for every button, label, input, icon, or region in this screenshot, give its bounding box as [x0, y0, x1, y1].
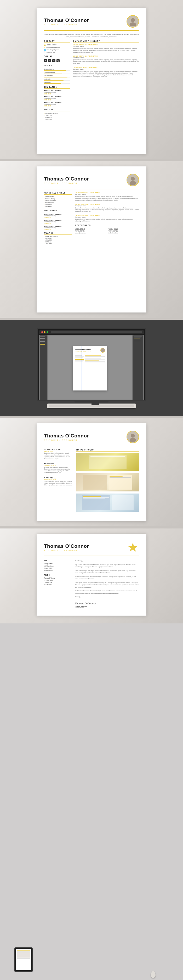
location-icon: 📍: [44, 51, 46, 53]
resume-page-1: Thomas O'Connor Editorial Designer Ut al…: [37, 8, 146, 154]
monitor-resume-preview: Thomas O'Connor Editorial Designer: [73, 346, 107, 390]
brochure-left: [83, 475, 107, 490]
p2-references-heading: References: [75, 224, 139, 227]
left-column: Contact ☎ +00 000 000 000 ✉ info@designs…: [44, 40, 70, 121]
edu-3: BACHELOR / DEGREE University of Chicago …: [44, 102, 70, 107]
mini-accent-line: [75, 359, 84, 360]
tool-item-3: [40, 340, 45, 340]
p2-right-column: JOB POSITION / FIRM NAME Company Name Ip…: [75, 192, 139, 244]
p2-awards-heading: Awards: [44, 232, 72, 235]
svg-marker-6: [128, 543, 137, 551]
svg-point-3: [130, 181, 136, 185]
prop-line: [133, 336, 142, 337]
facebook-icon[interactable]: f: [44, 59, 47, 62]
svg-point-4: [131, 434, 135, 438]
prop-line: [83, 498, 109, 498]
p2-education-heading: Education: [44, 210, 72, 212]
monitor-neck: [92, 401, 99, 406]
page2-section: Thomas O'Connor Editorial Designer Perso…: [0, 161, 183, 318]
p2-name: Thomas O'Connor: [44, 176, 124, 182]
portfolio-name: Thomas O'Connor: [44, 433, 124, 439]
p2-title: Editorial Designer: [44, 182, 124, 184]
skills-heading: Skills: [44, 64, 70, 67]
prop-accent: [133, 339, 140, 339]
p2-avatar: [127, 174, 139, 186]
p2-award-year-2: YEAR 2019: [44, 242, 72, 244]
gap-4: [0, 527, 183, 528]
award-1: BEST WEB DESIGN: [44, 113, 70, 114]
closing: Sincerely,: [75, 596, 139, 598]
monitor-assembly: Thomas O'Connor Editorial Designer: [37, 328, 146, 408]
portfolio-img-mock-1: [76, 453, 139, 471]
mini-resume-header: Thomas O'Connor Editorial Designer: [75, 348, 105, 354]
ref-1: APRIL STONE Graphic Designer +1 (123) 45…: [75, 228, 106, 234]
mini-line: [85, 363, 105, 363]
gap-2: [0, 318, 183, 320]
mini-header-text: Thomas O'Connor Editorial Designer: [75, 349, 100, 352]
skill-leadership: Leadership: [44, 78, 70, 81]
p2-job-2: JOB POSITION / FIRM NAME Company Name Ip…: [75, 204, 139, 213]
cover-left-col: To George Smith 1234 Main Street Anycity…: [44, 560, 70, 608]
job-1: JOB POSITION / FIRM NAME Company Name Ip…: [73, 44, 139, 54]
para-1: Et purus duis sollicitudin lacinia ferme…: [75, 564, 139, 568]
mini-avatar: [100, 348, 105, 353]
p2-award-1: BEST WEB DESIGN: [44, 236, 72, 238]
portfolio-mock-content-2: [76, 473, 139, 492]
contact-email: ✉ info@designstudio.com: [44, 46, 70, 48]
skill-adapt: Adaptability: [44, 81, 70, 84]
prop-right: [112, 495, 133, 510]
mini-left-col: [75, 355, 84, 363]
cover-section: Thomas O'Connor Editorial Designer To Ge…: [0, 528, 183, 624]
portfolio-page: Thomas O'Connor Editorial Designer MARKE…: [37, 423, 146, 521]
para-5: Ut nibh aliquet lorem erat diam molestie…: [75, 590, 139, 594]
portfolio-left-col: MARKETING PLAN April 15th, 2017 Consecte…: [44, 449, 73, 514]
signature-role: Editorial Designer: [75, 607, 139, 608]
monitor-app-content: Thomas O'Connor Editorial Designer: [39, 335, 144, 401]
page1-section: Thomas O'Connor Editorial Designer Ut al…: [0, 0, 183, 159]
resume-columns: Contact ☎ +00 000 000 000 ✉ info@designs…: [44, 40, 139, 121]
tool-item-1: [40, 336, 45, 337]
linkedin-icon[interactable]: in: [52, 59, 55, 62]
para-3: Ut nibh aliquet lorem erat diam molestie…: [75, 576, 139, 580]
p2-personal-skills-heading: Personal Skills: [44, 192, 72, 194]
p2-header-text: Thomas O'Connor Editorial Designer: [44, 176, 124, 184]
prop-line: [133, 340, 141, 341]
close-dot: [41, 331, 43, 333]
p2-award-2: BEST APP: [44, 240, 72, 242]
cover-title: Editorial Designer: [44, 550, 127, 551]
mini-line: [75, 361, 83, 361]
profile-text: Ut aliquam dolor minim molestie aliquam …: [44, 33, 139, 38]
ref-2: TASHA MILLS Graphic Designer +1 (123) 45…: [109, 228, 139, 234]
instagram-icon[interactable]: ig: [56, 59, 59, 62]
gap-3: [0, 416, 183, 418]
right-column: Employment History JOB POSITION / FIRM N…: [73, 40, 139, 121]
svg-point-0: [131, 18, 135, 22]
prop-left: [82, 495, 110, 510]
mini-line: [85, 358, 105, 358]
portfolio-desc-2: BROCHURE September 2nd, 2017 Ut et eget …: [44, 463, 73, 474]
gap-1: [0, 159, 183, 161]
p2-job-3: JOB POSITION / FIRM NAME Company Name Ip…: [75, 215, 139, 222]
mini-line: [75, 358, 81, 358]
contact-web: 🌐 www.designblog.com: [44, 49, 70, 51]
mini-accent-line: [85, 355, 101, 356]
to-label: To: [44, 560, 70, 562]
twitter-icon[interactable]: t: [48, 59, 51, 62]
maximize-dot: [47, 331, 48, 333]
recipient-info: George Smith 1234 Main Street Anycity, 0…: [44, 563, 70, 571]
email-icon: ✉: [44, 46, 45, 48]
signature-block: Thomas O'Connor Thomas O'Connor Editoria…: [75, 602, 139, 608]
cover-name: Thomas O'Connor: [44, 543, 127, 549]
phone-icon: ☎: [44, 44, 46, 46]
portfolio-desc-3: A PROPOSAL November 12th, 2018 Lorem ips…: [44, 477, 73, 486]
prop-line: [83, 496, 101, 497]
portfolio-image-3: [76, 493, 139, 512]
award-2-year: YEAR 2019: [44, 119, 70, 121]
name: Thomas O'Connor: [44, 18, 124, 23]
mini-line: [85, 361, 105, 361]
mini-line: [85, 359, 105, 360]
skill-self: Self-motivation: [44, 75, 70, 78]
p2-skill-1: Communication: [44, 196, 72, 197]
portfolio-header-text: Thomas O'Connor Editorial Designer: [44, 433, 124, 441]
portfolio-title: Editorial Designer: [44, 439, 124, 441]
